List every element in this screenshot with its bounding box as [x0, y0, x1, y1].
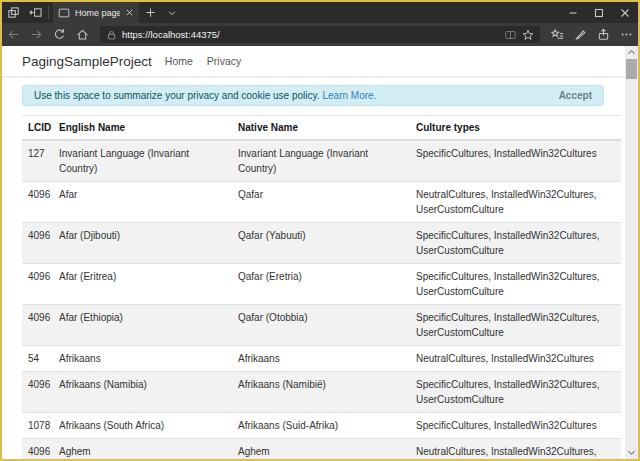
- cookie-consent-banner: Use this space to summarize your privacy…: [22, 85, 604, 106]
- minimize-button[interactable]: [560, 2, 586, 23]
- page-scrollbar[interactable]: [625, 46, 638, 459]
- cell-native-name: Afrikaans (Namibië): [232, 372, 410, 413]
- share-icon: [597, 28, 610, 41]
- browser-tab[interactable]: Home page - PagingSa: [53, 2, 139, 23]
- cell-lcid: 4096: [22, 439, 53, 460]
- cell-native-name: Aghem: [232, 439, 410, 460]
- share-button[interactable]: [592, 23, 615, 46]
- culture-table-wrap: LCID English Name Native Name Culture ty…: [22, 115, 621, 459]
- browser-titlebar: Home page - PagingSa: [2, 2, 638, 23]
- culture-table: LCID English Name Native Name Culture ty…: [22, 115, 621, 459]
- refresh-button[interactable]: [48, 23, 71, 46]
- cell-native-name: Invariant Language (Invariant Country): [232, 140, 410, 182]
- table-row: 4096 Afar (Djibouti) Qafar (Yabuuti) Spe…: [22, 223, 621, 264]
- cell-english-name: Afrikaans (Namibia): [53, 372, 232, 413]
- cell-english-name: Afrikaans: [53, 346, 232, 372]
- refresh-icon: [53, 28, 66, 41]
- table-row: 4096 Afar (Ethiopia) Qafar (Otobbia) Spe…: [22, 305, 621, 346]
- browser-window: Home page - PagingSa: [0, 0, 640, 461]
- cell-culture-types: SpecificCultures, InstalledWin32Cultures…: [410, 305, 621, 346]
- web-note-button[interactable]: [569, 23, 592, 46]
- cell-lcid: 4096: [22, 223, 53, 264]
- cell-lcid: 4096: [22, 372, 53, 413]
- chevron-down-icon: [167, 8, 177, 18]
- tab-title: Home page - PagingSa: [75, 8, 120, 18]
- scrollbar-thumb[interactable]: [626, 59, 637, 79]
- column-header-culture-types: Culture types: [410, 116, 621, 141]
- culture-table-body: 127 Invariant Language (Invariant Countr…: [22, 140, 621, 459]
- table-row: 54 Afrikaans Afrikaans NeutralCultures, …: [22, 346, 621, 372]
- cell-native-name: Afrikaans: [232, 346, 410, 372]
- favorites-hub-icon: [551, 28, 564, 41]
- cell-native-name: Qafar (Yabuuti): [232, 223, 410, 264]
- column-header-native-name: Native Name: [232, 116, 410, 141]
- cell-native-name: Qafar (Eretria): [232, 264, 410, 305]
- cell-native-name: Qafar: [232, 182, 410, 223]
- home-icon: [76, 28, 89, 41]
- cell-english-name: Aghem: [53, 439, 232, 460]
- nav-link-privacy[interactable]: Privacy: [207, 55, 241, 67]
- cell-culture-types: SpecificCultures, InstalledWin32Cultures: [410, 413, 621, 439]
- forward-button[interactable]: [25, 23, 48, 46]
- table-row: 4096 Aghem Aghem NeutralCultures, Instal…: [22, 439, 621, 460]
- close-icon: [620, 8, 630, 18]
- table-row: 4096 Afrikaans (Namibia) Afrikaans (Nami…: [22, 372, 621, 413]
- cell-lcid: 54: [22, 346, 53, 372]
- table-row: 1078 Afrikaans (South Africa) Afrikaans …: [22, 413, 621, 439]
- more-options-button[interactable]: [615, 23, 638, 46]
- cell-culture-types: SpecificCultures, InstalledWin32Cultures…: [410, 372, 621, 413]
- favorites-hub-button[interactable]: [546, 23, 569, 46]
- tabs-set-aside-button[interactable]: [24, 2, 46, 23]
- cell-lcid: 4096: [22, 305, 53, 346]
- tab-previews-icon: [7, 6, 20, 19]
- cell-english-name: Afar: [53, 182, 232, 223]
- learn-more-link[interactable]: Learn More.: [323, 90, 377, 101]
- browser-navbar: https://localhost:44375/: [2, 23, 638, 46]
- column-header-lcid: LCID: [22, 116, 53, 141]
- maximize-button[interactable]: [586, 2, 612, 23]
- titlebar-divider: [48, 6, 49, 19]
- cell-english-name: Invariant Language (Invariant Country): [53, 140, 232, 182]
- minimize-icon: [568, 8, 578, 18]
- plus-icon: [145, 7, 156, 18]
- new-tab-button[interactable]: [139, 2, 161, 23]
- cell-lcid: 4096: [22, 182, 53, 223]
- maximize-icon: [594, 8, 604, 18]
- cell-lcid: 1078: [22, 413, 53, 439]
- cell-culture-types: NeutralCultures, InstalledWin32Cultures,…: [410, 439, 621, 460]
- banner-message: Use this space to summarize your privacy…: [34, 90, 320, 101]
- cell-culture-types: NeutralCultures, InstalledWin32Cultures,…: [410, 182, 621, 223]
- accept-button[interactable]: Accept: [559, 90, 592, 101]
- table-header-row: LCID English Name Native Name Culture ty…: [22, 116, 621, 141]
- scrollbar-up-arrow-icon[interactable]: [625, 46, 638, 58]
- reading-view-icon[interactable]: [504, 29, 517, 41]
- back-button[interactable]: [2, 23, 25, 46]
- close-button[interactable]: [612, 2, 638, 23]
- table-row: 4096 Afar (Eritrea) Qafar (Eretria) Spec…: [22, 264, 621, 305]
- cell-english-name: Afar (Eritrea): [53, 264, 232, 305]
- cell-english-name: Afar (Djibouti): [53, 223, 232, 264]
- lock-icon: [106, 29, 117, 41]
- tab-close-icon[interactable]: [125, 8, 134, 17]
- favorite-star-icon[interactable]: [522, 29, 534, 41]
- cell-lcid: 127: [22, 140, 53, 182]
- address-bar[interactable]: https://localhost:44375/: [100, 26, 540, 43]
- forward-icon: [30, 28, 43, 41]
- home-button[interactable]: [71, 23, 94, 46]
- cell-native-name: Qafar (Otobbia): [232, 305, 410, 346]
- brand-link[interactable]: PagingSampleProject: [22, 54, 152, 69]
- cell-culture-types: SpecificCultures, InstalledWin32Cultures…: [410, 264, 621, 305]
- cell-english-name: Afar (Ethiopia): [53, 305, 232, 346]
- window-controls: [560, 2, 638, 23]
- page-content: PagingSampleProject Home Privacy Use thi…: [2, 46, 625, 459]
- nav-link-home[interactable]: Home: [165, 55, 193, 67]
- ellipsis-icon: [620, 28, 633, 41]
- url-text[interactable]: https://localhost:44375/: [122, 29, 499, 40]
- back-icon: [7, 28, 20, 41]
- page-icon: [58, 7, 70, 19]
- cell-culture-types: SpecificCultures, InstalledWin32Cultures: [410, 140, 621, 182]
- cell-culture-types: SpecificCultures, InstalledWin32Cultures…: [410, 223, 621, 264]
- scrollbar-down-arrow-icon[interactable]: [625, 447, 638, 459]
- tab-list-button[interactable]: [161, 2, 183, 23]
- tab-previews-button[interactable]: [2, 2, 24, 23]
